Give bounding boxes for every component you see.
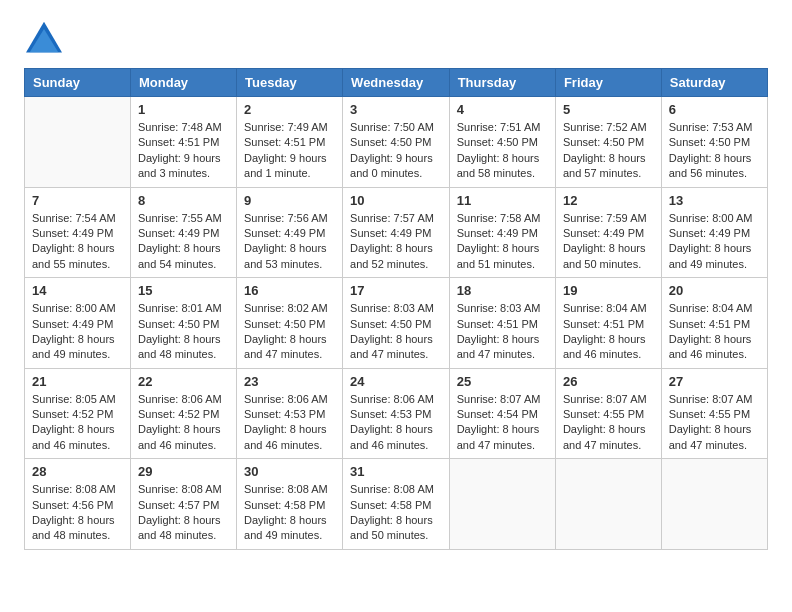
calendar-cell: 13Sunrise: 8:00 AMSunset: 4:49 PMDayligh… [661,187,767,278]
column-header-saturday: Saturday [661,69,767,97]
cell-info: Sunrise: 8:03 AMSunset: 4:50 PMDaylight:… [350,301,442,363]
column-header-thursday: Thursday [449,69,555,97]
calendar-cell: 11Sunrise: 7:58 AMSunset: 4:49 PMDayligh… [449,187,555,278]
calendar-cell: 4Sunrise: 7:51 AMSunset: 4:50 PMDaylight… [449,97,555,188]
column-header-monday: Monday [130,69,236,97]
logo [24,20,70,56]
cell-info: Sunrise: 8:01 AMSunset: 4:50 PMDaylight:… [138,301,229,363]
calendar-cell [449,459,555,550]
day-number: 8 [138,193,229,208]
week-row-5: 28Sunrise: 8:08 AMSunset: 4:56 PMDayligh… [25,459,768,550]
column-header-wednesday: Wednesday [343,69,450,97]
week-row-3: 14Sunrise: 8:00 AMSunset: 4:49 PMDayligh… [25,278,768,369]
day-number: 21 [32,374,123,389]
day-number: 11 [457,193,548,208]
day-number: 2 [244,102,335,117]
calendar-cell: 19Sunrise: 8:04 AMSunset: 4:51 PMDayligh… [555,278,661,369]
day-number: 23 [244,374,335,389]
column-header-tuesday: Tuesday [237,69,343,97]
cell-info: Sunrise: 8:05 AMSunset: 4:52 PMDaylight:… [32,392,123,454]
day-number: 24 [350,374,442,389]
calendar-cell: 2Sunrise: 7:49 AMSunset: 4:51 PMDaylight… [237,97,343,188]
calendar-cell: 8Sunrise: 7:55 AMSunset: 4:49 PMDaylight… [130,187,236,278]
day-number: 4 [457,102,548,117]
calendar-cell: 23Sunrise: 8:06 AMSunset: 4:53 PMDayligh… [237,368,343,459]
cell-info: Sunrise: 8:06 AMSunset: 4:53 PMDaylight:… [244,392,335,454]
calendar-cell: 28Sunrise: 8:08 AMSunset: 4:56 PMDayligh… [25,459,131,550]
day-number: 30 [244,464,335,479]
day-number: 18 [457,283,548,298]
calendar-cell [25,97,131,188]
calendar-cell: 30Sunrise: 8:08 AMSunset: 4:58 PMDayligh… [237,459,343,550]
cell-info: Sunrise: 8:08 AMSunset: 4:57 PMDaylight:… [138,482,229,544]
calendar-cell: 15Sunrise: 8:01 AMSunset: 4:50 PMDayligh… [130,278,236,369]
day-number: 17 [350,283,442,298]
calendar-table: SundayMondayTuesdayWednesdayThursdayFrid… [24,68,768,550]
cell-info: Sunrise: 7:49 AMSunset: 4:51 PMDaylight:… [244,120,335,182]
logo-icon [24,20,64,56]
day-number: 20 [669,283,760,298]
day-number: 19 [563,283,654,298]
day-number: 7 [32,193,123,208]
calendar-cell: 12Sunrise: 7:59 AMSunset: 4:49 PMDayligh… [555,187,661,278]
cell-info: Sunrise: 8:08 AMSunset: 4:58 PMDaylight:… [244,482,335,544]
day-number: 28 [32,464,123,479]
day-number: 26 [563,374,654,389]
cell-info: Sunrise: 7:55 AMSunset: 4:49 PMDaylight:… [138,211,229,273]
calendar-cell: 21Sunrise: 8:05 AMSunset: 4:52 PMDayligh… [25,368,131,459]
cell-info: Sunrise: 7:52 AMSunset: 4:50 PMDaylight:… [563,120,654,182]
day-number: 25 [457,374,548,389]
cell-info: Sunrise: 8:00 AMSunset: 4:49 PMDaylight:… [669,211,760,273]
day-number: 27 [669,374,760,389]
calendar-cell: 3Sunrise: 7:50 AMSunset: 4:50 PMDaylight… [343,97,450,188]
calendar-cell: 1Sunrise: 7:48 AMSunset: 4:51 PMDaylight… [130,97,236,188]
day-number: 14 [32,283,123,298]
cell-info: Sunrise: 8:08 AMSunset: 4:56 PMDaylight:… [32,482,123,544]
calendar-cell: 14Sunrise: 8:00 AMSunset: 4:49 PMDayligh… [25,278,131,369]
day-number: 13 [669,193,760,208]
calendar-cell: 7Sunrise: 7:54 AMSunset: 4:49 PMDaylight… [25,187,131,278]
week-row-2: 7Sunrise: 7:54 AMSunset: 4:49 PMDaylight… [25,187,768,278]
cell-info: Sunrise: 7:53 AMSunset: 4:50 PMDaylight:… [669,120,760,182]
day-number: 1 [138,102,229,117]
day-number: 31 [350,464,442,479]
day-number: 3 [350,102,442,117]
calendar-cell [555,459,661,550]
calendar-cell: 29Sunrise: 8:08 AMSunset: 4:57 PMDayligh… [130,459,236,550]
calendar-header-row: SundayMondayTuesdayWednesdayThursdayFrid… [25,69,768,97]
cell-info: Sunrise: 7:59 AMSunset: 4:49 PMDaylight:… [563,211,654,273]
calendar-cell: 26Sunrise: 8:07 AMSunset: 4:55 PMDayligh… [555,368,661,459]
cell-info: Sunrise: 8:07 AMSunset: 4:55 PMDaylight:… [669,392,760,454]
cell-info: Sunrise: 7:50 AMSunset: 4:50 PMDaylight:… [350,120,442,182]
calendar-cell: 17Sunrise: 8:03 AMSunset: 4:50 PMDayligh… [343,278,450,369]
cell-info: Sunrise: 8:06 AMSunset: 4:53 PMDaylight:… [350,392,442,454]
calendar-cell: 31Sunrise: 8:08 AMSunset: 4:58 PMDayligh… [343,459,450,550]
calendar-cell: 20Sunrise: 8:04 AMSunset: 4:51 PMDayligh… [661,278,767,369]
cell-info: Sunrise: 8:02 AMSunset: 4:50 PMDaylight:… [244,301,335,363]
cell-info: Sunrise: 7:51 AMSunset: 4:50 PMDaylight:… [457,120,548,182]
day-number: 29 [138,464,229,479]
cell-info: Sunrise: 8:00 AMSunset: 4:49 PMDaylight:… [32,301,123,363]
day-number: 9 [244,193,335,208]
cell-info: Sunrise: 8:07 AMSunset: 4:55 PMDaylight:… [563,392,654,454]
cell-info: Sunrise: 7:54 AMSunset: 4:49 PMDaylight:… [32,211,123,273]
calendar-cell: 18Sunrise: 8:03 AMSunset: 4:51 PMDayligh… [449,278,555,369]
page-header [24,20,768,56]
cell-info: Sunrise: 8:04 AMSunset: 4:51 PMDaylight:… [563,301,654,363]
column-header-friday: Friday [555,69,661,97]
calendar-cell: 24Sunrise: 8:06 AMSunset: 4:53 PMDayligh… [343,368,450,459]
calendar-cell: 6Sunrise: 7:53 AMSunset: 4:50 PMDaylight… [661,97,767,188]
day-number: 12 [563,193,654,208]
cell-info: Sunrise: 7:58 AMSunset: 4:49 PMDaylight:… [457,211,548,273]
cell-info: Sunrise: 7:48 AMSunset: 4:51 PMDaylight:… [138,120,229,182]
calendar-cell: 10Sunrise: 7:57 AMSunset: 4:49 PMDayligh… [343,187,450,278]
cell-info: Sunrise: 8:03 AMSunset: 4:51 PMDaylight:… [457,301,548,363]
day-number: 10 [350,193,442,208]
day-number: 15 [138,283,229,298]
day-number: 16 [244,283,335,298]
cell-info: Sunrise: 8:06 AMSunset: 4:52 PMDaylight:… [138,392,229,454]
cell-info: Sunrise: 8:08 AMSunset: 4:58 PMDaylight:… [350,482,442,544]
calendar-cell: 27Sunrise: 8:07 AMSunset: 4:55 PMDayligh… [661,368,767,459]
calendar-cell: 9Sunrise: 7:56 AMSunset: 4:49 PMDaylight… [237,187,343,278]
column-header-sunday: Sunday [25,69,131,97]
